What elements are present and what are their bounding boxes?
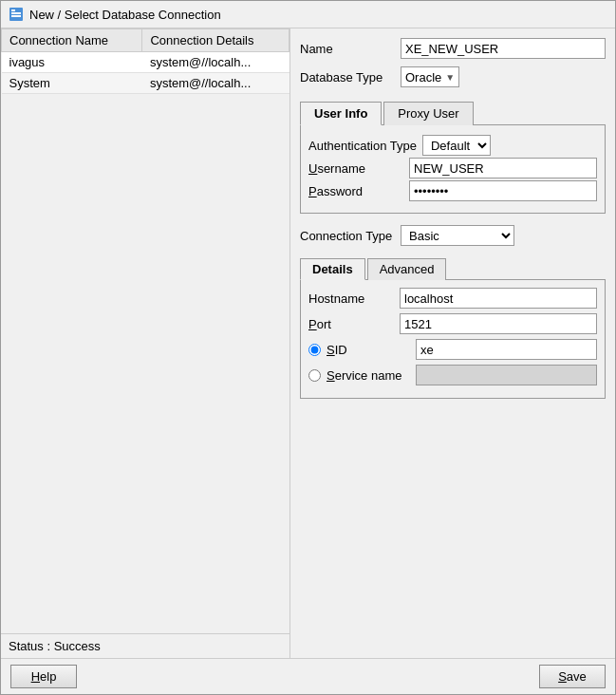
- conn-type-label: Connection Type: [300, 229, 395, 243]
- save-button[interactable]: Save: [539, 665, 606, 688]
- app-icon: [9, 7, 24, 22]
- tab-advanced[interactable]: Advanced: [367, 258, 447, 280]
- tab-user-info[interactable]: User Info: [300, 102, 382, 125]
- hostname-input[interactable]: [400, 288, 597, 309]
- conn-type-row: Connection Type Basic: [300, 225, 606, 246]
- db-type-row: Database Type Oracle ▼: [300, 66, 606, 87]
- hostname-label: Hostname: [308, 291, 394, 306]
- title-bar: New / Select Database Connection: [1, 1, 615, 28]
- svg-rect-1: [11, 12, 21, 14]
- col-connection-details: Connection Details: [142, 29, 289, 52]
- conn-type-select[interactable]: Basic: [401, 225, 514, 246]
- auth-type-row: Authentication Type Default: [308, 135, 597, 156]
- auth-type-label: Authentication Type: [308, 139, 417, 153]
- password-row: Password: [308, 180, 597, 201]
- status-bar: Status : Success: [1, 633, 289, 658]
- detail-tabs: Details Advanced Hostname Port: [300, 257, 606, 399]
- service-name-input[interactable]: [416, 365, 597, 385]
- password-label: Password: [308, 184, 403, 198]
- user-tabs-bar: User Info Proxy User: [300, 101, 606, 125]
- port-row: Port: [308, 313, 597, 334]
- status-text: Status : Success: [9, 639, 101, 653]
- service-name-radio[interactable]: [308, 369, 321, 382]
- user-info-section: User Info Proxy User Authentication Type…: [300, 97, 606, 214]
- service-name-label: Service name: [327, 368, 412, 383]
- username-row: Username: [308, 158, 597, 178]
- sid-radio[interactable]: [308, 344, 321, 356]
- bottom-bar: Help Save: [1, 658, 615, 694]
- username-input[interactable]: [409, 158, 597, 178]
- right-panel: Name Database Type Oracle ▼ User Info: [290, 28, 615, 658]
- db-type-label: Database Type: [300, 70, 395, 85]
- sid-label: SID: [327, 343, 412, 357]
- hostname-row: Hostname: [308, 288, 597, 309]
- window-title: New / Select Database Connection: [29, 8, 221, 22]
- user-info-content: Authentication Type Default Username: [300, 125, 606, 214]
- svg-rect-2: [11, 15, 21, 17]
- password-input[interactable]: [409, 180, 597, 201]
- tab-details[interactable]: Details: [300, 258, 365, 280]
- name-row: Name: [300, 38, 606, 59]
- sid-row: SID: [308, 339, 597, 360]
- db-type-value: Oracle: [405, 70, 441, 85]
- list-item[interactable]: Systemsystem@//localh...: [2, 73, 289, 94]
- detail-tab-bar: Details Advanced: [300, 257, 606, 280]
- name-input[interactable]: [401, 38, 606, 59]
- list-item[interactable]: ivagussystem@//localh...: [2, 52, 289, 73]
- col-connection-name: Connection Name: [2, 29, 142, 52]
- sid-input[interactable]: [416, 339, 597, 360]
- connections-table: Connection Name Connection Details ivagu…: [1, 28, 289, 633]
- port-label: Port: [308, 317, 394, 331]
- auth-type-select[interactable]: Default: [422, 135, 491, 156]
- username-label: Username: [308, 161, 403, 176]
- details-content: Hostname Port SID: [300, 280, 606, 399]
- db-type-select[interactable]: Oracle ▼: [401, 66, 459, 87]
- svg-rect-3: [11, 9, 15, 11]
- tab-proxy-user[interactable]: Proxy User: [383, 102, 473, 125]
- service-name-row: Service name: [308, 365, 597, 385]
- db-type-dropdown-arrow: ▼: [445, 72, 455, 83]
- name-label: Name: [300, 42, 395, 56]
- port-input[interactable]: [400, 313, 597, 334]
- help-button[interactable]: Help: [10, 665, 77, 688]
